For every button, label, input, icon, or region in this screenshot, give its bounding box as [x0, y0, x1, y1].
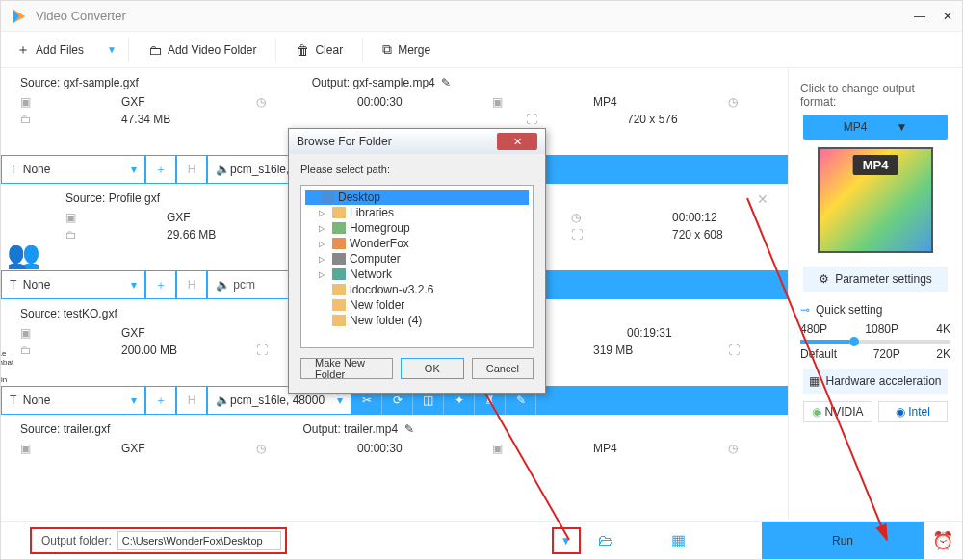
add-subtitle-button[interactable]: ＋: [145, 270, 176, 299]
output-dim: ⛶720 x 576: [526, 113, 723, 126]
alarm-icon[interactable]: ⏰: [924, 522, 962, 560]
chip-icon: ▦: [809, 374, 820, 388]
source-format: ▣GXF: [20, 95, 218, 109]
nvidia-button[interactable]: ◉NVIDIA: [803, 401, 872, 422]
tree-item[interactable]: New folder (4): [305, 313, 529, 328]
open-folder-icon[interactable]: 🗁: [588, 527, 623, 554]
intel-button[interactable]: ◉Intel: [878, 401, 948, 422]
window-controls: — ✕: [914, 10, 952, 23]
list-item: Source: trailer.gxf Output: trailer.mp4 …: [1, 415, 788, 463]
hd-button[interactable]: H: [176, 386, 207, 415]
format-hint: Click to change output format:: [800, 82, 950, 109]
tree-item[interactable]: ▷Homegroup: [305, 220, 529, 236]
add-video-folder-button[interactable]: 🗀Add Video Folder: [133, 32, 273, 67]
add-subtitle-button[interactable]: ＋: [145, 386, 176, 415]
folder-tree[interactable]: Desktop ▷Libraries ▷Homegroup ▷WonderFox…: [300, 185, 534, 348]
main-toolbar: ＋Add Files ▼ 🗀Add Video Folder 🗑Clear ⧉M…: [1, 32, 962, 68]
bottom-bar: Output folder: ▼ 🗁 ▦ Run ⏰: [1, 521, 962, 559]
source-dim: [256, 113, 352, 126]
quick-setting-label: ⊸Quick setting: [800, 303, 950, 317]
run-button[interactable]: Run: [762, 522, 924, 560]
minimize-icon[interactable]: —: [914, 10, 925, 23]
dialog-close-button[interactable]: ✕: [497, 133, 537, 150]
output-label: Output: gxf-sample.mp4 ✎: [312, 76, 452, 91]
edit-output-icon[interactable]: ✎: [441, 76, 451, 89]
output-format-panel: Click to change output format: MP4▼ ⚙Par…: [789, 68, 962, 521]
tree-item[interactable]: idocdown-v3.2.6: [305, 282, 529, 297]
output-folder-label: Output folder:: [36, 534, 117, 547]
output-duration: ◷00:00:30: [728, 95, 789, 109]
tree-item-desktop[interactable]: Desktop: [305, 190, 529, 205]
ok-button[interactable]: OK: [401, 358, 464, 379]
make-new-folder-button[interactable]: Make New Folder: [300, 358, 393, 379]
output-folder-input[interactable]: [117, 531, 281, 550]
output-folder-control: Output folder:: [30, 527, 287, 554]
tree-item[interactable]: ▷Network: [305, 267, 529, 282]
dialog-prompt: Please select path:: [300, 164, 534, 175]
add-files-button[interactable]: ＋Add Files: [1, 32, 99, 67]
close-icon[interactable]: ✕: [943, 10, 952, 23]
hd-button[interactable]: H: [176, 270, 207, 299]
cancel-button[interactable]: Cancel: [472, 358, 534, 379]
source-label: Source: Profile.gxf: [65, 191, 160, 207]
resolution-slider[interactable]: 480P1080P4K Default720P2K: [800, 322, 950, 361]
remove-item-icon[interactable]: ✕: [757, 191, 768, 207]
format-preview-icon[interactable]: [818, 147, 933, 253]
source-label: Source: gxf-sample.gxf: [20, 76, 139, 91]
settings-icon: ⚙: [819, 272, 829, 286]
source-size: 🗀47.34 MB: [20, 113, 218, 126]
tree-item[interactable]: ▷Libraries: [305, 205, 529, 220]
output-format: ▣MP4: [492, 95, 690, 109]
tree-item[interactable]: ▷Computer: [305, 251, 529, 267]
tree-item[interactable]: ▷WonderFox: [305, 236, 529, 251]
subtitle-selector[interactable]: T None▾: [1, 155, 145, 184]
dialog-title-bar: Browse For Folder ✕: [289, 129, 545, 154]
title-bar: Video Converter — ✕: [1, 1, 962, 32]
output-folder-dropdown[interactable]: ▼: [552, 527, 581, 554]
subtitle-selector[interactable]: T None▾: [1, 386, 145, 415]
add-files-dropdown-icon[interactable]: ▼: [99, 44, 124, 55]
open-output-icon[interactable]: ▦: [662, 527, 696, 554]
subtitle-selector[interactable]: T None▾: [1, 270, 145, 299]
clear-button[interactable]: 🗑Clear: [280, 32, 358, 67]
window-title: Video Converter: [36, 9, 126, 23]
add-subtitle-button[interactable]: ＋: [145, 155, 176, 184]
output-format-selector[interactable]: MP4▼: [803, 115, 948, 140]
merge-button[interactable]: ⧉Merge: [367, 32, 446, 67]
browse-folder-dialog: Browse For Folder ✕ Please select path: …: [288, 128, 546, 394]
source-duration: ◷00:00:30: [256, 95, 454, 109]
video-thumbnail[interactable]: 👥: [1, 184, 46, 270]
hd-button[interactable]: H: [176, 155, 207, 184]
tree-item[interactable]: New folder: [305, 297, 529, 313]
source-label: Source: testKO.gxf: [20, 307, 117, 322]
hardware-acceleration-button[interactable]: ▦Hardware acceleration: [803, 369, 948, 394]
parameter-settings-button[interactable]: ⚙Parameter settings: [803, 267, 948, 292]
app-logo-icon: [11, 8, 28, 25]
